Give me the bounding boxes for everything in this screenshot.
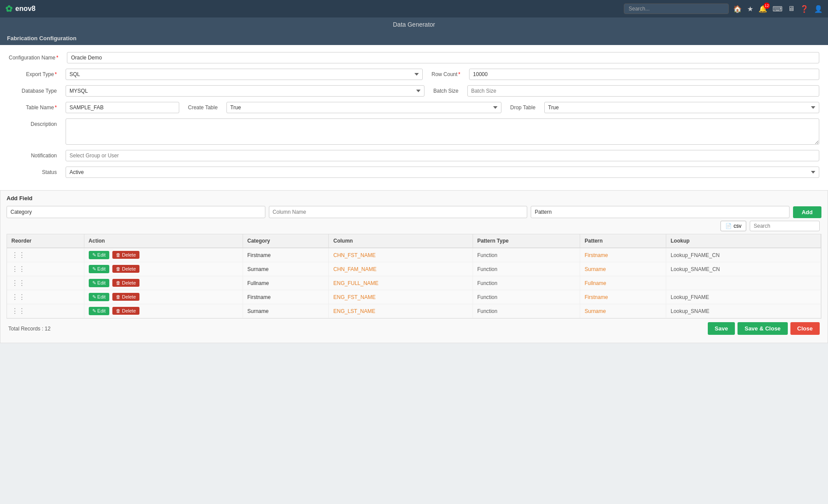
table-toolbar: 📄 csv bbox=[7, 218, 821, 234]
edit-button-4[interactable]: ✎ Edit bbox=[89, 307, 109, 315]
notification-input[interactable] bbox=[66, 150, 819, 161]
cell-pattern-type-3: Function bbox=[473, 290, 580, 304]
section-header: Fabrication Configuration bbox=[0, 31, 828, 45]
delete-button-0[interactable]: 🗑 Delete bbox=[112, 251, 139, 259]
export-type-label: Export Type bbox=[9, 69, 57, 77]
top-search-input[interactable] bbox=[624, 3, 729, 14]
cell-pattern-type-1: Function bbox=[473, 262, 580, 276]
status-label: Status bbox=[9, 167, 57, 175]
cell-reorder-3: ⋮⋮ bbox=[7, 290, 84, 304]
cell-pattern-1: Surname bbox=[580, 262, 666, 276]
cell-reorder-0: ⋮⋮ bbox=[7, 248, 84, 262]
description-textarea[interactable] bbox=[66, 118, 819, 145]
close-button[interactable]: Close bbox=[790, 322, 820, 335]
drag-handle-3[interactable]: ⋮⋮ bbox=[11, 293, 25, 301]
cell-lookup-1: Lookup_SNAME_CN bbox=[666, 262, 821, 276]
csv-button[interactable]: 📄 csv bbox=[720, 221, 746, 231]
add-field-row: Category Pattern Add bbox=[7, 206, 821, 218]
cell-action-4: ✎ Edit 🗑 Delete bbox=[84, 304, 243, 318]
cell-action-2: ✎ Edit 🗑 Delete bbox=[84, 276, 243, 290]
save-button[interactable]: Save bbox=[708, 322, 735, 335]
status-select[interactable]: Active Inactive bbox=[66, 167, 819, 178]
drag-handle-4[interactable]: ⋮⋮ bbox=[11, 307, 25, 315]
description-row: Description bbox=[9, 118, 819, 145]
col-header-lookup: Lookup bbox=[666, 234, 821, 248]
add-button[interactable]: Add bbox=[793, 206, 821, 218]
cell-reorder-4: ⋮⋮ bbox=[7, 304, 84, 318]
table-name-input[interactable] bbox=[66, 102, 179, 113]
delete-button-3[interactable]: 🗑 Delete bbox=[112, 293, 139, 301]
table-row: ⋮⋮ ✎ Edit 🗑 Delete Surname CHN_FAM_NAME … bbox=[7, 262, 821, 276]
keyboard-icon[interactable]: ⌨ bbox=[772, 5, 783, 13]
delete-button-4[interactable]: 🗑 Delete bbox=[112, 307, 139, 315]
create-table-select[interactable]: True False bbox=[226, 102, 501, 113]
home-icon[interactable]: 🏠 bbox=[733, 5, 742, 13]
col-header-category: Category bbox=[243, 234, 329, 248]
cell-pattern-type-0: Function bbox=[473, 248, 580, 262]
question-icon[interactable]: ❓ bbox=[800, 5, 809, 13]
export-type-select[interactable]: SQL bbox=[66, 69, 423, 80]
database-type-select[interactable]: MYSQL bbox=[66, 85, 424, 97]
top-search bbox=[624, 3, 729, 14]
table-name-row: Table Name Create Table True False Drop … bbox=[9, 102, 819, 113]
brand-logo-area: ✿ enov8 bbox=[5, 3, 619, 14]
drag-handle-2[interactable]: ⋮⋮ bbox=[11, 279, 25, 287]
nav-icons-group: 🏠 ★ 🔔 12 ⌨ 🖥 ❓ 👤 bbox=[733, 5, 823, 13]
cell-pattern-2: Fullname bbox=[580, 276, 666, 290]
col-header-pattern-type: Pattern Type bbox=[473, 234, 580, 248]
edit-button-2[interactable]: ✎ Edit bbox=[89, 279, 109, 287]
page-title: Data Generator bbox=[393, 21, 435, 28]
cell-column-4: ENG_LST_NAME bbox=[329, 304, 473, 318]
edit-button-0[interactable]: ✎ Edit bbox=[89, 251, 109, 259]
delete-button-1[interactable]: 🗑 Delete bbox=[112, 265, 139, 273]
star-icon[interactable]: ★ bbox=[747, 5, 753, 13]
notification-label: Notification bbox=[9, 150, 57, 159]
pattern-select[interactable]: Pattern bbox=[531, 206, 790, 218]
cell-action-1: ✎ Edit 🗑 Delete bbox=[84, 262, 243, 276]
add-field-section: Add Field Category Pattern Add 📄 csv bbox=[0, 190, 828, 343]
export-type-row: Export Type SQL Row Count bbox=[9, 69, 819, 80]
cell-action-3: ✎ Edit 🗑 Delete bbox=[84, 290, 243, 304]
edit-button-1[interactable]: ✎ Edit bbox=[89, 265, 109, 273]
table-row: ⋮⋮ ✎ Edit 🗑 Delete Surname ENG_LST_NAME … bbox=[7, 304, 821, 318]
description-label: Description bbox=[9, 118, 57, 127]
data-table-wrapper[interactable]: Reorder Action Category Column Pattern T… bbox=[7, 234, 821, 319]
delete-button-2[interactable]: 🗑 Delete bbox=[112, 279, 139, 287]
save-close-button[interactable]: Save & Close bbox=[738, 322, 787, 335]
cell-pattern-type-4: Function bbox=[473, 304, 580, 318]
cell-lookup-0: Lookup_FNAME_CN bbox=[666, 248, 821, 262]
drag-handle-1[interactable]: ⋮⋮ bbox=[11, 265, 25, 273]
drop-table-select[interactable]: True False bbox=[544, 102, 819, 113]
top-nav: ✿ enov8 🏠 ★ 🔔 12 ⌨ 🖥 ❓ 👤 bbox=[0, 0, 828, 17]
category-select[interactable]: Category bbox=[7, 206, 265, 218]
config-name-row: Configuration Name bbox=[9, 52, 819, 63]
cell-column-1: CHN_FAM_NAME bbox=[329, 262, 473, 276]
data-table: Reorder Action Category Column Pattern T… bbox=[7, 234, 821, 318]
status-row: Status Active Inactive bbox=[9, 167, 819, 178]
csv-label: csv bbox=[734, 223, 741, 229]
row-count-input[interactable] bbox=[469, 69, 819, 80]
cell-lookup-4: Lookup_SNAME bbox=[666, 304, 821, 318]
cell-column-2: ENG_FULL_NAME bbox=[329, 276, 473, 290]
table-name-label: Table Name bbox=[9, 102, 57, 111]
drag-handle-0[interactable]: ⋮⋮ bbox=[11, 251, 25, 259]
table-search-input[interactable] bbox=[750, 221, 820, 231]
bell-icon[interactable]: 🔔 12 bbox=[758, 5, 767, 13]
cell-category-2: Fullname bbox=[243, 276, 329, 290]
config-name-input[interactable] bbox=[67, 52, 819, 63]
batch-size-input[interactable] bbox=[467, 85, 819, 97]
monitor-icon[interactable]: 🖥 bbox=[788, 5, 795, 13]
cell-lookup-2 bbox=[666, 276, 821, 290]
cell-action-0: ✎ Edit 🗑 Delete bbox=[84, 248, 243, 262]
table-row: ⋮⋮ ✎ Edit 🗑 Delete Fullname ENG_FULL_NAM… bbox=[7, 276, 821, 290]
column-name-input[interactable] bbox=[269, 206, 528, 218]
cell-category-4: Surname bbox=[243, 304, 329, 318]
total-records: Total Records : 12 bbox=[8, 326, 51, 332]
edit-button-3[interactable]: ✎ Edit bbox=[89, 293, 109, 301]
cell-pattern-3: Firstname bbox=[580, 290, 666, 304]
user-icon[interactable]: 👤 bbox=[814, 5, 823, 13]
col-header-column: Column bbox=[329, 234, 473, 248]
database-type-row: Database Type MYSQL Batch Size bbox=[9, 85, 819, 97]
section-title: Fabrication Configuration bbox=[7, 35, 77, 42]
cell-pattern-type-2: Function bbox=[473, 276, 580, 290]
